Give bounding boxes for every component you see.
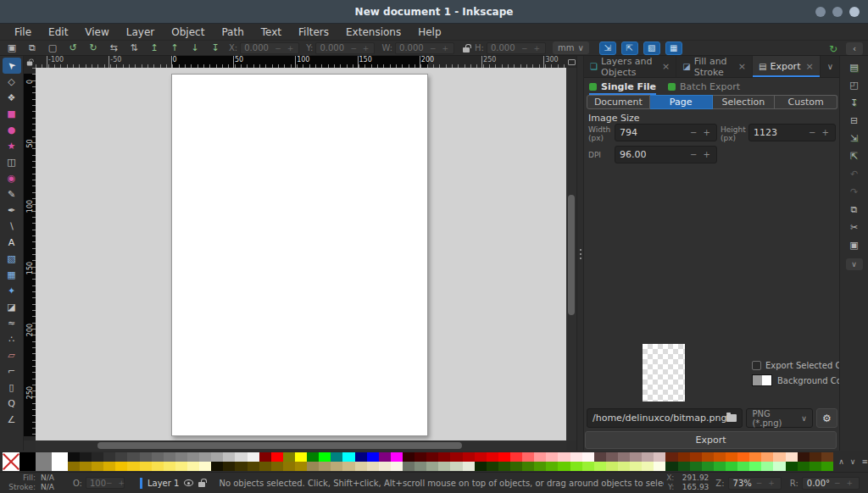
- color-swatch[interactable]: [678, 462, 690, 471]
- pages-tool[interactable]: ▯: [3, 379, 21, 396]
- scale-gradient-toggle[interactable]: ▧: [643, 42, 660, 55]
- color-swatch[interactable]: [92, 462, 103, 471]
- selector-tool[interactable]: ➤: [3, 58, 21, 74]
- color-swatch[interactable]: [355, 462, 367, 471]
- color-swatch[interactable]: [690, 462, 702, 471]
- color-swatch[interactable]: [558, 452, 570, 462]
- color-swatch[interactable]: [570, 452, 582, 462]
- star-tool[interactable]: ★: [3, 138, 21, 154]
- color-swatch[interactable]: [618, 452, 630, 462]
- color-swatch[interactable]: [463, 462, 475, 471]
- color-swatch[interactable]: [307, 452, 319, 462]
- color-swatch[interactable]: [342, 452, 354, 462]
- color-swatch[interactable]: [737, 452, 749, 462]
- spray-tool[interactable]: ∴: [3, 331, 21, 347]
- layer-lock-icon[interactable]: [198, 482, 205, 487]
- color-swatch[interactable]: [475, 462, 487, 471]
- menu-extensions[interactable]: Extensions: [338, 25, 409, 39]
- copy-button[interactable]: ⧉: [847, 203, 862, 215]
- color-swatch[interactable]: [187, 462, 199, 471]
- color-swatch[interactable]: [714, 452, 726, 462]
- color-swatch[interactable]: [248, 462, 259, 471]
- rectangle-tool[interactable]: ■: [3, 106, 21, 122]
- height-field[interactable]: 0.000− +: [487, 42, 546, 54]
- mode-document-button[interactable]: Document: [587, 95, 650, 109]
- measure-tool[interactable]: ∠: [3, 412, 21, 428]
- color-swatch[interactable]: [618, 462, 630, 471]
- color-swatch[interactable]: [283, 452, 295, 462]
- scale-stroke-toggle[interactable]: ⇲: [599, 42, 616, 55]
- export-height-field[interactable]: 1123− +: [748, 124, 836, 141]
- flip-vertical-button[interactable]: ⇅: [127, 42, 141, 54]
- color-swatch[interactable]: [319, 462, 331, 471]
- palette-menu-icon[interactable]: ≡: [861, 457, 868, 466]
- opacity-field[interactable]: 100− +: [86, 477, 125, 489]
- color-swatch[interactable]: [821, 462, 833, 471]
- export-dpi-field[interactable]: 96.00− +: [615, 146, 717, 163]
- close-icon[interactable]: ×: [805, 61, 813, 72]
- color-swatch[interactable]: [235, 462, 247, 471]
- color-swatch[interactable]: [223, 452, 235, 462]
- x-field[interactable]: 0.000− +: [240, 42, 299, 54]
- menu-filters[interactable]: Filters: [291, 25, 337, 39]
- folder-icon[interactable]: [726, 414, 737, 422]
- tab-fill-and-stroke[interactable]: ◪Fill and Stroke×: [676, 56, 753, 77]
- cms-adjust-button[interactable]: [566, 56, 576, 68]
- mesh-tool[interactable]: ▦: [3, 267, 21, 283]
- color-swatch[interactable]: [534, 462, 546, 471]
- color-swatch[interactable]: [690, 452, 702, 462]
- color-swatch[interactable]: [259, 452, 271, 462]
- color-swatch[interactable]: [140, 452, 152, 462]
- color-swatch[interactable]: [115, 462, 127, 471]
- export-button[interactable]: ⇱: [847, 150, 862, 162]
- import-button[interactable]: ⇲: [847, 132, 862, 144]
- color-swatch[interactable]: [331, 452, 342, 462]
- commandbar-expand-button[interactable]: ∨: [846, 258, 863, 270]
- color-swatch[interactable]: [510, 452, 522, 462]
- ruler-corner[interactable]: [24, 56, 36, 68]
- palette-scroll-up-icon[interactable]: ∧: [838, 457, 844, 466]
- mode-selection-button[interactable]: Selection: [713, 95, 776, 109]
- color-swatch[interactable]: [426, 462, 438, 471]
- export-path-field[interactable]: /home/delinuxco/bitmap.png: [587, 408, 743, 428]
- color-swatch[interactable]: [103, 462, 115, 471]
- color-swatch[interactable]: [127, 462, 139, 471]
- rotate-cw-button[interactable]: ↻: [86, 42, 100, 54]
- menu-edit[interactable]: Edit: [41, 25, 75, 39]
- vertical-ruler[interactable]: 050100150200250: [24, 68, 36, 440]
- color-swatch[interactable]: [92, 452, 103, 462]
- lower-button[interactable]: ↓: [188, 42, 202, 54]
- color-swatch[interactable]: [798, 462, 810, 471]
- tweak-tool[interactable]: ≈: [3, 315, 21, 331]
- color-swatch[interactable]: [223, 462, 235, 471]
- color-swatch[interactable]: [654, 452, 665, 462]
- current-layer-selector[interactable]: Layer 1: [147, 479, 179, 488]
- color-swatch[interactable]: [379, 452, 391, 462]
- color-swatch[interactable]: [115, 452, 127, 462]
- color-swatch[interactable]: [403, 452, 415, 462]
- color-swatch[interactable]: [821, 452, 833, 462]
- color-swatch[interactable]: [68, 452, 80, 462]
- tabbar-chevron-down-icon[interactable]: ∨: [821, 56, 840, 77]
- subtab-batch-export[interactable]: Batch Export: [668, 78, 740, 95]
- checkbox-icon[interactable]: [752, 361, 761, 370]
- color-swatch[interactable]: [438, 452, 450, 462]
- new-document-button[interactable]: ▤: [847, 61, 862, 73]
- minimize-button[interactable]: [815, 7, 826, 17]
- color-swatch[interactable]: [594, 462, 606, 471]
- color-swatch[interactable]: [475, 452, 487, 462]
- color-swatch[interactable]: [355, 452, 367, 462]
- color-swatch[interactable]: [498, 462, 510, 471]
- color-swatch[interactable]: [331, 462, 342, 471]
- color-swatch[interactable]: [487, 462, 498, 471]
- menu-path[interactable]: Path: [214, 25, 251, 39]
- color-swatch[interactable]: [522, 462, 534, 471]
- background-color-option[interactable]: Background Color: [752, 374, 853, 386]
- color-swatch[interactable]: [786, 462, 798, 471]
- select-all-layers-button[interactable]: ⧉: [25, 42, 39, 54]
- pencil-tool[interactable]: ✎: [3, 186, 21, 202]
- paint-bucket-tool[interactable]: ◪: [3, 299, 21, 315]
- select-all-button[interactable]: ▣: [5, 42, 19, 54]
- raise-button[interactable]: ↑: [168, 42, 181, 54]
- color-swatch[interactable]: [654, 462, 665, 471]
